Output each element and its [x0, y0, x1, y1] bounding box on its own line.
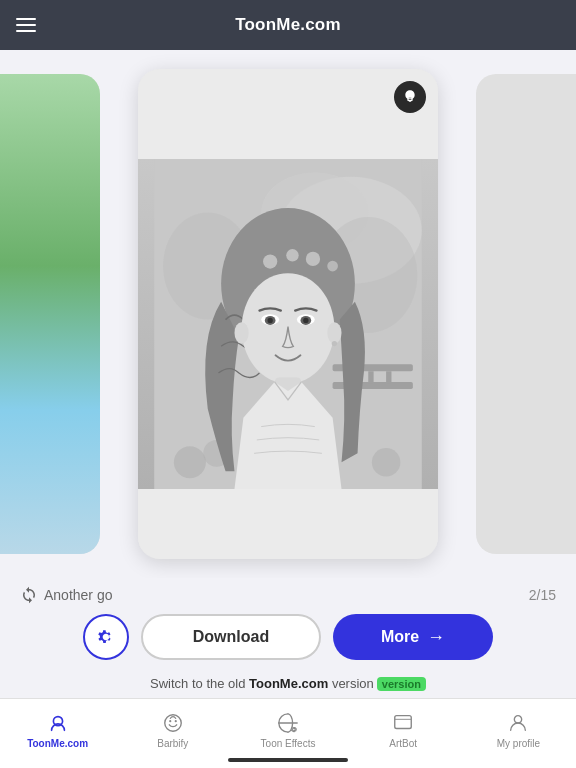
action-buttons-row: Download More →	[0, 604, 576, 670]
download-label: Download	[193, 628, 269, 646]
nav-item-artbot[interactable]: ArtBot	[346, 711, 461, 749]
svg-point-29	[332, 341, 337, 346]
svg-rect-36	[395, 715, 412, 728]
my-profile-icon	[506, 711, 530, 735]
refresh-icon	[20, 586, 38, 604]
svg-point-26	[303, 318, 308, 323]
lightbulb-button[interactable]	[394, 81, 426, 113]
another-go-label: Another go	[44, 587, 113, 603]
portrait-svg	[138, 159, 438, 489]
barbify-icon	[161, 711, 185, 735]
svg-point-15	[263, 254, 277, 268]
artbot-icon	[391, 711, 415, 735]
nav-item-my-profile[interactable]: My profile	[461, 711, 576, 749]
svg-point-17	[306, 252, 320, 266]
settings-icon	[96, 627, 116, 647]
svg-point-31	[165, 714, 182, 731]
svg-point-28	[327, 322, 341, 343]
svg-point-27	[234, 322, 248, 343]
card-bottom-spacer	[138, 489, 438, 559]
switch-brand: ToonMe.com	[249, 676, 328, 691]
hamburger-line-2	[16, 24, 36, 26]
nav-item-toon-effects[interactable]: Toon Effects	[230, 711, 345, 749]
card-left-image	[0, 74, 100, 554]
nav-item-toonme[interactable]: ToonMe.com	[0, 711, 115, 749]
svg-rect-35	[395, 715, 412, 728]
svg-point-18	[327, 261, 338, 272]
card-carousel	[0, 70, 576, 558]
bottom-navigation: ToonMe.com Barbify Toon Effects	[0, 698, 576, 768]
svg-point-16	[286, 249, 298, 261]
header-title: ToonMe.com	[235, 15, 341, 35]
svg-point-38	[515, 715, 522, 722]
svg-point-32	[169, 720, 171, 722]
main-content-area	[0, 50, 576, 578]
nav-toonme-label: ToonMe.com	[27, 738, 88, 749]
hamburger-line-3	[16, 30, 36, 32]
nav-item-barbify[interactable]: Barbify	[115, 711, 230, 749]
download-button[interactable]: Download	[141, 614, 321, 660]
hamburger-menu[interactable]	[16, 18, 36, 32]
svg-rect-9	[368, 371, 373, 383]
more-button[interactable]: More →	[333, 614, 493, 660]
svg-rect-0	[409, 101, 412, 102]
settings-circle-button[interactable]	[83, 614, 129, 660]
card-right[interactable]	[476, 74, 576, 554]
version-badge: version	[377, 677, 426, 691]
nav-artbot-label: ArtBot	[389, 738, 417, 749]
more-label: More	[381, 628, 419, 646]
svg-point-34	[293, 727, 297, 731]
carousel-controls: Another go 2/15	[0, 578, 576, 604]
header: ToonMe.com	[0, 0, 576, 50]
card-top-spacer	[138, 69, 438, 159]
switch-version-bar: Switch to the old ToonMe.com versionvers…	[0, 670, 576, 697]
svg-point-33	[174, 720, 176, 722]
home-indicator	[228, 758, 348, 762]
another-go-button[interactable]: Another go	[20, 586, 113, 604]
switch-prefix: Switch to the old	[150, 676, 249, 691]
slide-counter: 2/15	[529, 587, 556, 603]
nav-barbify-label: Barbify	[157, 738, 188, 749]
nav-toon-effects-label: Toon Effects	[261, 738, 316, 749]
svg-point-13	[372, 448, 401, 477]
toon-effects-icon	[276, 711, 300, 735]
more-arrow-icon: →	[427, 627, 445, 648]
svg-point-25	[267, 318, 272, 323]
sketch-portrait	[138, 159, 438, 489]
card-sketch-image	[138, 159, 438, 489]
hamburger-line-1	[16, 18, 36, 20]
left-image-color	[0, 74, 100, 554]
card-right-bg	[476, 74, 576, 554]
card-center	[138, 69, 438, 559]
toonme-icon	[46, 711, 70, 735]
svg-point-11	[174, 446, 206, 478]
lightbulb-icon	[402, 89, 418, 105]
switch-suffix: version	[328, 676, 374, 691]
nav-my-profile-label: My profile	[497, 738, 540, 749]
card-left[interactable]	[0, 74, 100, 554]
svg-rect-10	[386, 371, 391, 383]
